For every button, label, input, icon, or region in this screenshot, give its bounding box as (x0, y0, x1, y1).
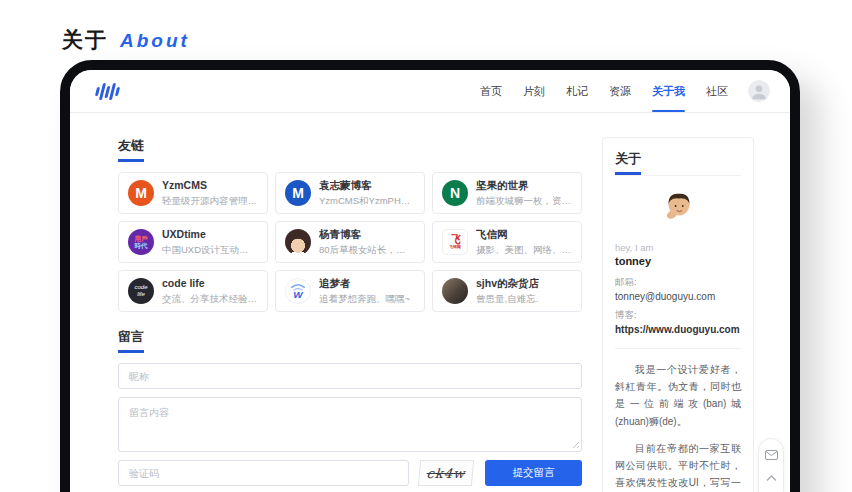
friend-desc: 轻量级开源内容管理系统。 (162, 194, 258, 207)
friend-desc: 曾思量,自难忘. (476, 292, 539, 305)
friend-info: 坚果的世界前端攻城狮一枚，资深北漂大佬一... (476, 178, 572, 207)
friend-desc: 交流、分享技术经验的社区平台! (162, 292, 258, 305)
friend-name: 袁志蒙博客 (319, 178, 415, 194)
user-avatar[interactable] (748, 80, 770, 102)
user-placeholder-icon (748, 80, 770, 102)
feixin-logo-icon: 飞飞信网 (442, 229, 468, 255)
email-label: 邮箱: (615, 276, 741, 289)
friend-name: code life (162, 276, 258, 292)
about-paragraphs: 我是一个设计爱好者，斜杠青年。伪文青，同时也是一位前端攻(ban)城(zhuan… (615, 361, 741, 492)
site-logo-wave-icon[interactable] (94, 83, 121, 100)
website-viewport: 首页片刻札记资源关于我社区 友链 MYzmCMS轻量级开源内容管理系统。M袁志蒙… (70, 70, 790, 492)
jianguo-logo-icon: N (442, 180, 468, 206)
friend-name: sjhv的杂货店 (476, 276, 539, 292)
friend-name: UXDtime (162, 227, 258, 243)
divider (615, 348, 741, 349)
submit-message-button[interactable]: 提交留言 (485, 460, 582, 486)
uxdtime-logo-icon: 用戶時代 (128, 229, 154, 255)
greeting-text: hey, I am (615, 242, 741, 253)
about-heading: 关于 (615, 150, 741, 176)
nickname-row (118, 363, 582, 389)
dreamer-logo-icon: W (285, 278, 311, 304)
email-value: tonney@duoguyu.com (615, 289, 741, 304)
friend-info: code life交流、分享技术经验的社区平台! (162, 276, 258, 305)
nav-item-首页[interactable]: 首页 (478, 70, 504, 112)
site-header: 首页片刻札记资源关于我社区 (70, 70, 790, 113)
about-card: 关于 hey, I am tonney 邮箱: tonney@duoguyu.c… (602, 137, 754, 492)
friend-card[interactable]: 杨青博客80后草根女站长，独立网页设计师。 (275, 221, 425, 263)
friends-heading: 友链 (118, 137, 582, 162)
friend-info: 飞信网摄影、美图、网络、文字、让生活... (476, 227, 572, 256)
nav-item-片刻[interactable]: 片刻 (521, 70, 547, 112)
friend-name: 飞信网 (476, 227, 572, 243)
blog-label: 博客: (615, 309, 741, 322)
nav-item-资源[interactable]: 资源 (607, 70, 633, 112)
friend-card[interactable]: MYzmCMS轻量级开源内容管理系统。 (118, 172, 268, 214)
sjhv-avatar-icon (442, 278, 468, 304)
friend-desc: 前端攻城狮一枚，资深北漂大佬一... (476, 194, 572, 207)
friend-info: 杨青博客80后草根女站长，独立网页设计师。 (319, 227, 415, 256)
friend-info: sjhv的杂货店曾思量,自难忘. (476, 276, 539, 305)
message-content-wrap (118, 397, 582, 452)
captcha-input[interactable] (118, 460, 409, 486)
friend-info: YzmCMS轻量级开源内容管理系统。 (162, 178, 258, 207)
friend-desc: 摄影、美图、网络、文字、让生活... (476, 243, 572, 256)
friend-info: 追梦者追着梦想奔跑、嘿嘿~ (319, 276, 410, 305)
friend-desc: 追着梦想奔跑、嘿嘿~ (319, 292, 410, 305)
friends-grid: MYzmCMS轻量级开源内容管理系统。M袁志蒙博客YzmCMS和YzmPHP框架… (118, 172, 582, 312)
device-frame: 首页片刻札记资源关于我社区 友链 MYzmCMS轻量级开源内容管理系统。M袁志蒙… (60, 60, 800, 492)
nickname-input[interactable] (118, 363, 582, 389)
message-content-textarea[interactable] (118, 397, 582, 452)
friend-card[interactable]: W追梦者追着梦想奔跑、嘿嘿~ (275, 270, 425, 312)
chevron-up-icon[interactable] (766, 475, 777, 481)
friend-card[interactable]: sjhv的杂货店曾思量,自难忘. (432, 270, 582, 312)
friend-card[interactable]: M袁志蒙博客YzmCMS和YzmPHP框架的作者，... (275, 172, 425, 214)
nav-item-札记[interactable]: 札记 (564, 70, 590, 112)
captcha-image[interactable]: ck4w (418, 460, 474, 486)
friend-info: 袁志蒙博客YzmCMS和YzmPHP框架的作者，... (319, 178, 415, 207)
yangqing-avatar-icon (285, 229, 311, 255)
friend-name: 杨青博客 (319, 227, 415, 243)
memoji-avatar (659, 188, 697, 226)
main-column: 友链 MYzmCMS轻量级开源内容管理系统。M袁志蒙博客YzmCMS和YzmPH… (118, 137, 582, 492)
page-title-en: About (120, 30, 190, 52)
yzmcms-logo-icon: M (128, 180, 154, 206)
about-paragraph: 我是一个设计爱好者，斜杠青年。伪文青，同时也是一位前端攻(ban)城(zhuan… (615, 361, 741, 430)
friend-name: YzmCMS (162, 178, 258, 194)
nav-item-关于我[interactable]: 关于我 (650, 70, 687, 112)
site-main: 友链 MYzmCMS轻量级开源内容管理系统。M袁志蒙博客YzmCMS和YzmPH… (70, 113, 790, 492)
friend-card[interactable]: 用戶時代UXDtime中国UXD设计互动平台，深耕交互... (118, 221, 268, 263)
friend-info: UXDtime中国UXD设计互动平台，深耕交互... (162, 227, 258, 256)
codelife-logo-icon: codelife (128, 278, 154, 304)
svg-text:W: W (293, 289, 304, 300)
nav-item-社区[interactable]: 社区 (704, 70, 730, 112)
friend-desc: 80后草根女站长，独立网页设计师。 (319, 243, 415, 256)
mail-icon[interactable] (765, 450, 778, 460)
dreamer-w-icon: W (288, 282, 308, 300)
friend-name: 坚果的世界 (476, 178, 572, 194)
floating-toolbar (758, 438, 784, 492)
header-nav: 首页片刻札记资源关于我社区 (478, 70, 730, 112)
friend-desc: YzmCMS和YzmPHP框架的作者，... (319, 194, 415, 207)
friend-card[interactable]: codelifecode life交流、分享技术经验的社区平台! (118, 270, 268, 312)
friend-desc: 中国UXD设计互动平台，深耕交互... (162, 243, 258, 256)
page-title: 关于 About (62, 26, 190, 54)
friend-card[interactable]: 飞飞信网飞信网摄影、美图、网络、文字、让生活... (432, 221, 582, 263)
friend-card[interactable]: N坚果的世界前端攻城狮一枚，资深北漂大佬一... (432, 172, 582, 214)
about-paragraph: 目前在帝都的一家互联网公司供职。平时不忙时，喜欢偶发性改改UI，写写一些稀奇古怪… (615, 440, 741, 492)
sidebar: 关于 hey, I am tonney 邮箱: tonney@duoguyu.c… (602, 137, 754, 492)
friend-name: 追梦者 (319, 276, 410, 292)
yuanzhimeng-logo-icon: M (285, 180, 311, 206)
captcha-row: ck4w 提交留言 (118, 460, 582, 486)
blog-url[interactable]: https://www.duoguyu.com (615, 322, 741, 337)
message-heading: 留言 (118, 328, 582, 353)
author-name: tonney (615, 255, 741, 267)
page-title-cn: 关于 (62, 26, 108, 54)
